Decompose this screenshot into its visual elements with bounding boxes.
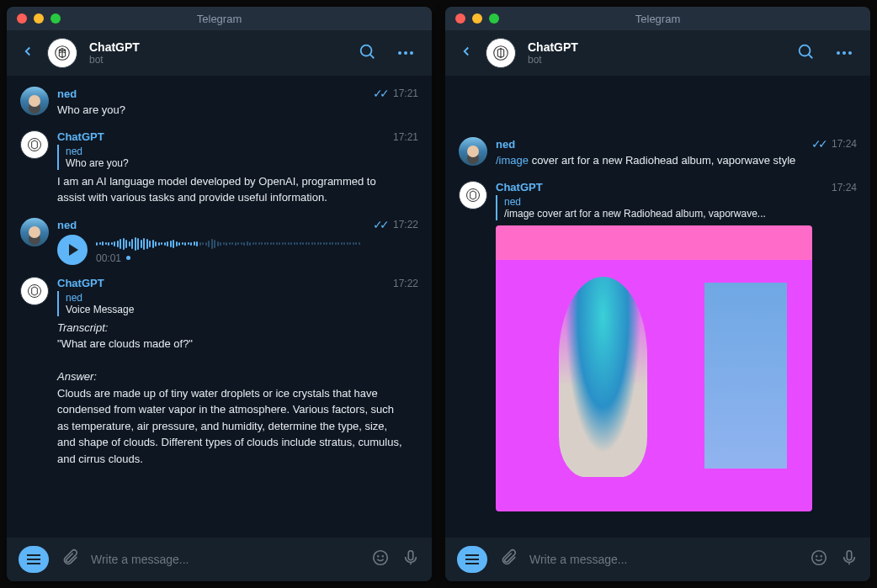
message-composer xyxy=(445,537,870,581)
svg-point-14 xyxy=(816,556,817,557)
svg-point-6 xyxy=(378,556,379,557)
message-list: ned ✓✓17:21 Who are you? ChatGPT 17:21 n… xyxy=(7,77,432,537)
command-link[interactable]: /image xyxy=(496,154,529,167)
svg-line-2 xyxy=(370,55,375,59)
search-icon[interactable] xyxy=(353,37,381,69)
message: ned ✓✓17:22 00:01 xyxy=(20,218,425,265)
message-time: 17:22 xyxy=(393,278,425,289)
sender-name: ChatGPT xyxy=(57,277,104,289)
message: ChatGPT 17:21 ned Who are you? I am an A… xyxy=(20,130,425,206)
close-button[interactable] xyxy=(455,13,465,24)
message: ChatGPT 17:24 ned /image cover art for a… xyxy=(459,181,864,511)
message-text: /image cover art for a new Radiohead alb… xyxy=(496,152,841,169)
back-button[interactable] xyxy=(459,44,474,62)
message-input[interactable] xyxy=(529,553,798,566)
more-icon[interactable] xyxy=(393,46,418,60)
message-text: Transcript: "What are clouds made of?" A… xyxy=(57,320,402,468)
search-icon[interactable] xyxy=(791,37,820,69)
generated-image[interactable] xyxy=(496,225,812,511)
close-button[interactable] xyxy=(17,13,27,24)
message-input[interactable] xyxy=(91,553,359,566)
sender-name: ned xyxy=(496,138,515,151)
avatar[interactable] xyxy=(20,130,49,159)
svg-point-15 xyxy=(821,556,821,557)
maximize-button[interactable] xyxy=(50,13,61,24)
reply-quote[interactable]: ned /image cover art for a new Radiohead… xyxy=(496,195,864,220)
svg-rect-8 xyxy=(408,551,413,560)
chat-header: ChatGPT bot xyxy=(7,30,432,77)
svg-point-7 xyxy=(382,556,383,557)
chat-info[interactable]: ChatGPT bot xyxy=(89,40,341,66)
sender-name: ChatGPT xyxy=(496,181,543,193)
message: ned ✓✓17:21 Who are you? xyxy=(20,87,425,119)
chat-info[interactable]: ChatGPT bot xyxy=(528,40,779,66)
svg-point-10 xyxy=(800,45,811,56)
chat-header: ChatGPT bot xyxy=(445,30,870,77)
avatar[interactable] xyxy=(459,137,487,166)
svg-point-13 xyxy=(812,551,827,565)
titlebar: Telegram xyxy=(445,7,870,30)
message-time: 17:24 xyxy=(832,182,864,193)
telegram-window-right: Telegram ChatGPT bot ned ✓✓17:24 xyxy=(445,7,870,581)
chat-avatar[interactable] xyxy=(486,38,516,68)
maximize-button[interactable] xyxy=(489,13,499,24)
avatar[interactable] xyxy=(20,218,49,246)
waveform[interactable] xyxy=(96,236,425,252)
unread-dot-icon xyxy=(126,256,130,260)
minimize-button[interactable] xyxy=(34,13,44,24)
message: ned ✓✓17:24 /image cover art for a new R… xyxy=(459,137,864,169)
message-time: ✓✓17:24 xyxy=(811,137,864,151)
more-icon[interactable] xyxy=(832,46,857,60)
emoji-icon[interactable] xyxy=(810,548,828,570)
chat-avatar[interactable] xyxy=(47,38,77,68)
chat-name: ChatGPT xyxy=(89,40,341,54)
reply-quote[interactable]: ned Voice Message xyxy=(57,291,425,316)
svg-point-5 xyxy=(374,551,388,565)
sender-name: ned xyxy=(57,219,77,231)
play-button[interactable] xyxy=(57,235,88,265)
message-text: Who are you? xyxy=(57,102,402,119)
svg-line-11 xyxy=(809,55,813,59)
attach-icon[interactable] xyxy=(499,548,518,570)
avatar[interactable] xyxy=(20,87,49,115)
voice-duration: 00:01 xyxy=(96,252,121,264)
message-text: I am an AI language model developed by O… xyxy=(57,173,402,206)
minimize-button[interactable] xyxy=(472,13,482,24)
message-time: ✓✓17:22 xyxy=(373,218,425,231)
chat-subtitle: bot xyxy=(528,54,779,66)
app-title: Telegram xyxy=(197,13,242,25)
back-button[interactable] xyxy=(20,44,35,62)
message-time: 17:21 xyxy=(393,131,425,143)
attach-icon[interactable] xyxy=(61,548,79,570)
svg-point-1 xyxy=(361,45,372,56)
chat-name: ChatGPT xyxy=(528,40,779,54)
read-check-icon: ✓✓ xyxy=(811,137,825,151)
sender-name: ChatGPT xyxy=(57,130,104,143)
avatar[interactable] xyxy=(20,277,49,305)
message-composer xyxy=(7,537,432,581)
message: ChatGPT 17:22 ned Voice Message Transcri… xyxy=(20,277,425,468)
chat-subtitle: bot xyxy=(89,54,341,66)
avatar[interactable] xyxy=(459,181,487,209)
menu-button[interactable] xyxy=(457,546,487,573)
svg-rect-16 xyxy=(847,551,852,560)
read-check-icon: ✓✓ xyxy=(373,218,386,231)
read-check-icon: ✓✓ xyxy=(373,87,386,100)
emoji-icon[interactable] xyxy=(371,548,390,570)
app-title: Telegram xyxy=(635,13,680,25)
mic-icon[interactable] xyxy=(840,548,858,570)
message-time: ✓✓17:21 xyxy=(373,87,425,100)
message-list: ned ✓✓17:24 /image cover art for a new R… xyxy=(445,77,870,537)
sender-name: ned xyxy=(57,87,77,100)
telegram-window-left: Telegram ChatGPT bot ned ✓✓17:21 xyxy=(7,7,432,581)
voice-message[interactable]: 00:01 xyxy=(57,235,425,265)
traffic-lights xyxy=(455,13,499,24)
traffic-lights xyxy=(17,13,61,24)
titlebar: Telegram xyxy=(7,7,432,30)
menu-button[interactable] xyxy=(19,546,49,573)
mic-icon[interactable] xyxy=(401,548,420,570)
reply-quote[interactable]: ned Who are you? xyxy=(57,145,425,170)
